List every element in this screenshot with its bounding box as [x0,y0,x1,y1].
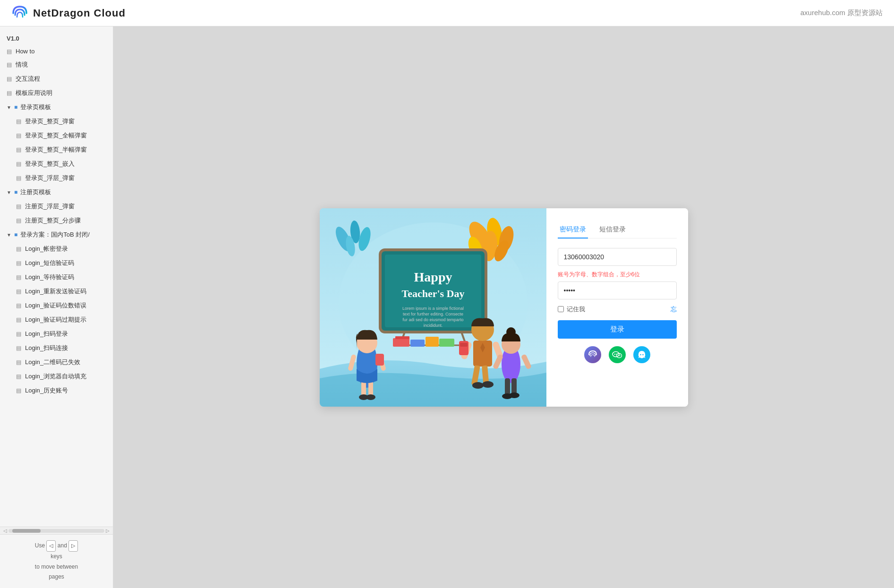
sidebar-footer: Use ◁ and ▷ keys to move between pages [0,534,113,588]
sidebar-label: 注册页_整页_分步骤 [25,216,81,225]
svg-rect-49 [460,343,468,347]
sidebar-item-interaction-flow[interactable]: ▤ 交互流程 [0,72,113,86]
sidebar-item-login-resend-code[interactable]: ▤ Login_重新发送验证码 [6,284,113,298]
svg-point-44 [482,381,494,388]
app-title: NetDragon Cloud [33,7,126,19]
sidebar-item-login-browser-autofill[interactable]: ▤ Login_浏览器自动填充 [6,369,113,383]
group-icon: ■ [14,104,17,111]
sidebar-label: Login_等待验证码 [25,273,74,281]
sidebar-group-login-solution[interactable]: ▼ ■ 登录方案：国内ToB 封闭/ [0,228,113,242]
page-icon: ▤ [16,288,21,295]
page-icon: ▤ [16,331,21,337]
svg-text:Lorem ipsum is a simple fictio: Lorem ipsum is a simple fictional [402,306,463,311]
sidebar-item-scenario[interactable]: ▤ 情境 [0,58,113,72]
wechat-social-icon[interactable] [609,346,626,363]
sidebar-item-login-page-half[interactable]: ▤ 登录页_整页_半幅弹窗 [6,143,113,157]
sidebar-item-template-desc[interactable]: ▤ 模板应用说明 [0,86,113,100]
group-label: 登录页模板 [20,103,51,111]
page-icon: ▤ [7,61,12,68]
sidebar-label: Login_重新发送验证码 [25,287,86,296]
svg-point-58 [506,327,516,337]
sidebar-item-how-to[interactable]: ▤ How to [0,45,113,58]
sidebar-label: Login_扫码连接 [25,344,68,352]
sidebar-label: 注册页_浮层_弹窗 [25,202,75,211]
svg-rect-38 [375,354,384,366]
svg-point-61 [614,353,615,354]
sidebar-item-login-code-expired[interactable]: ▤ Login_验证码过期提示 [6,313,113,327]
password-field [558,281,677,299]
phone-input[interactable] [558,248,677,266]
header: NetDragon Cloud axurehub.com 原型资源站 [0,0,894,26]
remember-checkbox[interactable] [558,306,564,312]
sidebar-item-login-page-fullscreen[interactable]: ▤ 登录页_整页_全幅弹窗 [6,128,113,143]
sidebar-item-login-wait-code[interactable]: ▤ Login_等待验证码 [6,270,113,284]
svg-point-64 [619,355,620,356]
svg-point-34 [366,394,375,400]
svg-text:text for further editing. Cons: text for further editing. Consecte [402,312,463,316]
svg-rect-29 [439,339,454,347]
header-watermark: axurehub.com 原型资源站 [800,9,883,17]
left-key-icon: ◁ [46,540,56,552]
qq-social-icon[interactable] [633,346,650,363]
sidebar-item-login-history-account[interactable]: ▤ Login_历史账号 [6,383,113,398]
sidebar: V1.0 ▤ How to ▤ 情境 ▤ 交互流程 ▤ 模板应用说明 [0,26,113,588]
page-icon: ▤ [7,90,12,96]
tab-password-login[interactable]: 密码登录 [558,222,588,239]
page-icon: ▤ [7,76,12,82]
sidebar-item-login-page-embed[interactable]: ▤ 登录页_整页_嵌入 [6,157,113,171]
forgot-password-link[interactable]: 忘 [671,305,677,314]
netdragon-social-icon[interactable] [584,346,601,363]
sidebar-horizontal-scrollbar[interactable]: ◁ ▷ [0,527,113,534]
sidebar-label: 登录页_整页_半幅弹窗 [25,145,87,154]
login-preview-card: Happy Teacher's Day Lorem ipsum is a sim… [320,208,688,407]
sidebar-label: Login_验证码过期提示 [25,315,86,324]
scroll-left-arrow-icon[interactable]: ◁ [2,528,9,533]
sidebar-label: Login_浏览器自动填充 [25,372,86,381]
sidebar-label: How to [16,48,34,55]
sidebar-label: Login_二维码已失效 [25,358,80,366]
scroll-right-arrow-icon[interactable]: ▷ [104,528,111,533]
login-form-panel: 密码登录 短信登录 账号为字母、数字组合，至少6位 记住我 [546,208,688,407]
sidebar-item-login-code-digits-error[interactable]: ▤ Login_验证码位数错误 [6,298,113,313]
pages-label: pages [49,573,64,580]
login-tabs: 密码登录 短信登录 [558,222,677,239]
svg-text:fur adi sed do eiusmod tempart: fur adi sed do eiusmod temparto [402,317,463,322]
sidebar-item-register-page-steps[interactable]: ▤ 注册页_整页_分步骤 [6,213,113,228]
sidebar-item-login-account[interactable]: ▤ Login_帐密登录 [6,242,113,256]
social-login-icons [558,346,677,363]
login-button[interactable]: 登录 [558,320,677,339]
page-icon: ▤ [16,203,21,210]
sidebar-label: 交互流程 [16,75,40,83]
sidebar-item-login-sms[interactable]: ▤ Login_短信验证码 [6,256,113,270]
password-input[interactable] [558,281,677,299]
login-remember-row: 记住我 忘 [558,305,677,314]
sidebar-item-login-float-dialog[interactable]: ▤ 登录页_浮层_弹窗 [6,171,113,185]
sidebar-group-register-template[interactable]: ▼ ■ 注册页模板 [0,185,113,199]
sidebar-label: 情境 [16,60,28,69]
sidebar-group-login-template[interactable]: ▼ ■ 登录页模板 [0,100,113,114]
content-area: Happy Teacher's Day Lorem ipsum is a sim… [113,26,894,588]
svg-rect-27 [410,340,425,347]
sidebar-label: 登录页_整页_弹窗 [25,117,75,126]
remember-me-row: 记住我 [558,305,585,314]
page-icon: ▤ [16,302,21,309]
tab-sms-login[interactable]: 短信登录 [597,222,628,239]
sidebar-item-register-float-dialog[interactable]: ▤ 注册页_浮层_弹窗 [6,199,113,213]
page-icon: ▤ [7,48,12,55]
page-icon: ▤ [16,274,21,281]
login-template-children: ▤ 登录页_整页_弹窗 ▤ 登录页_整页_全幅弹窗 ▤ 登录页_整页_半幅弹窗 … [0,114,113,185]
page-icon: ▤ [16,316,21,323]
use-label: Use [35,542,45,549]
page-icon: ▤ [16,246,21,252]
teachers-day-illustration: Happy Teacher's Day Lorem ipsum is a sim… [320,208,546,407]
svg-point-43 [472,382,484,389]
svg-text:incididunt.: incididunt. [423,323,443,328]
sidebar-item-login-page-dialog[interactable]: ▤ 登录页_整页_弹窗 [6,114,113,128]
sidebar-label: Login_扫码登录 [25,330,68,338]
sidebar-item-login-qr[interactable]: ▤ Login_扫码登录 [6,327,113,341]
sidebar-item-login-qr-connect[interactable]: ▤ Login_扫码连接 [6,341,113,355]
scroll-thumb[interactable] [12,529,41,533]
sidebar-label: Login_短信验证码 [25,259,74,267]
sidebar-item-login-qr-expired[interactable]: ▤ Login_二维码已失效 [6,355,113,369]
sidebar-scroll[interactable]: V1.0 ▤ How to ▤ 情境 ▤ 交互流程 ▤ 模板应用说明 [0,26,113,527]
